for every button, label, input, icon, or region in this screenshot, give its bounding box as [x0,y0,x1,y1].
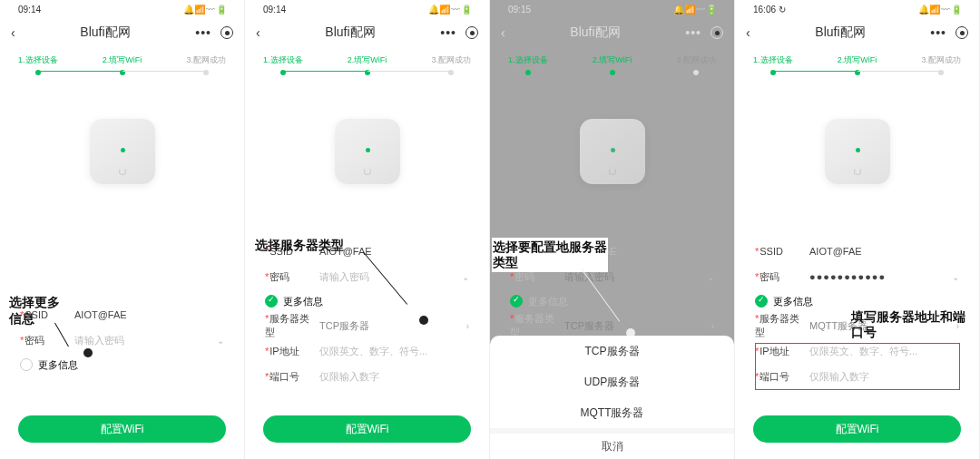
page-title: Blufi配网 [325,24,375,41]
configure-wifi-button[interactable]: 配置WiFi [753,415,961,443]
target-icon[interactable] [220,26,233,39]
checkbox-on-icon[interactable] [755,295,768,308]
target-icon[interactable] [466,26,478,39]
more-menu-icon[interactable]: ••• [195,25,211,40]
device-image [90,119,155,184]
password-row[interactable]: 密码 请输入密码 ⌄ [20,327,224,353]
more-info-label: 更多信息 [38,358,78,372]
password-row[interactable]: 密码请输入密码⌄ [265,264,469,289]
device-image [825,119,890,184]
server-type-row[interactable]: 服务器类型MQTT服务器› [755,313,959,338]
configure-wifi-button[interactable]: 配置WiFi [263,415,471,443]
target-icon[interactable] [956,26,968,39]
sheet-item-tcp[interactable]: TCP服务器 [490,336,734,366]
stepper: 1.选择设备 2.填写WiFi 3.配网成功 [0,47,244,75]
checkbox-on-icon[interactable] [265,295,278,308]
more-menu-icon[interactable]: ••• [440,25,456,40]
ssid-value: AIOT@FAE [74,309,127,320]
nav-bar: ‹ Blufi配网 ••• [490,18,734,47]
device-image [335,119,400,184]
password-label: 密码 [20,334,74,347]
page-title: Blufi配网 [815,24,865,41]
ssid-row[interactable]: SSID AIOT@FAE [20,302,224,327]
ssid-row[interactable]: SSIDAIOT@FAE [265,239,469,264]
stepper: 1.选择设备 2.填写WiFi 3.配网成功 [490,47,734,75]
port-row[interactable]: 端口号仅限输入数字 [265,364,469,389]
stepper: 1.选择设备 2.填写WiFi 3.配网成功 [245,47,489,75]
back-icon[interactable]: ‹ [256,25,260,40]
ssid-row[interactable]: SSIDAIOT@FAE [755,239,959,264]
chevron-down-icon[interactable]: ⌄ [217,336,224,346]
clock: 09:15 [508,5,531,15]
checkbox-icon[interactable] [20,358,33,371]
status-bar: 09:15 🔔 📶 〰 🔋 [490,0,734,18]
status-bar: 16:06 ↻ 🔔 📶 〰 🔋 [735,0,979,18]
status-bar: 09:14 🔔 📶 〰 🔋 [0,0,244,18]
chevron-down-icon[interactable]: ⌄ [462,272,469,282]
password-value: ●●●●●●●●●●● [809,271,886,282]
sheet-item-udp[interactable]: UDP服务器 [490,366,734,397]
more-menu-icon[interactable]: ••• [930,25,946,40]
back-icon[interactable]: ‹ [746,25,750,40]
clock: 16:06 ↻ [753,5,786,15]
ip-row[interactable]: IP地址仅限英文、数字、符号... [265,338,469,364]
more-info-toggle[interactable]: 更多信息 [755,289,959,313]
checkbox-on-icon [510,295,523,308]
step-2: 2.填写WiFi [103,54,142,75]
refresh-icon: ↻ [779,5,786,15]
annotation-dot [83,348,93,357]
configure-wifi-button[interactable]: 配置WiFi [18,415,226,443]
page-title: Blufi配网 [80,24,130,41]
chevron-down-icon[interactable]: ⌄ [952,272,959,282]
annotation-dot [419,316,428,325]
page-title: Blufi配网 [570,24,620,41]
action-sheet: TCP服务器 UDP服务器 MQTT服务器 取消 [490,336,734,459]
target-icon[interactable] [710,26,723,39]
nav-bar: ‹ Blufi配网 ••• [735,18,979,47]
status-icons: 🔔 📶 〰 🔋 [428,5,471,15]
chevron-right-icon[interactable]: › [466,321,469,331]
password-row[interactable]: 密码●●●●●●●●●●●⌄ [755,264,959,289]
nav-bar: ‹ Blufi配网 ••• [245,18,489,47]
more-menu-icon[interactable]: ••• [685,25,701,40]
highlight-box [755,343,960,390]
device-image [580,119,645,184]
screen-3: 09:15 🔔 📶 〰 🔋 ‹ Blufi配网 ••• 1.选择设备 2.填写W… [490,0,735,459]
chevron-right-icon[interactable]: › [956,321,959,331]
clock: 09:14 [263,5,286,15]
sheet-cancel[interactable]: 取消 [490,428,734,459]
server-type-row[interactable]: 服务器类型TCP服务器› [265,313,469,338]
status-icons: 🔔 📶 〰 🔋 [918,5,961,15]
stepper: 1.选择设备 2.填写WiFi 3.配网成功 [735,47,979,75]
more-info-toggle[interactable]: 更多信息 [265,289,469,313]
sheet-item-mqtt[interactable]: MQTT服务器 [490,397,734,428]
screen-1: 09:14 🔔 📶 〰 🔋 ‹ Blufi配网 ••• 1.选择设备 2.填写W… [0,0,245,459]
status-bar: 09:14 🔔 📶 〰 🔋 [245,0,489,18]
back-icon[interactable]: ‹ [501,25,505,40]
status-icons: 🔔 📶 〰 🔋 [183,5,226,15]
back-icon[interactable]: ‹ [11,25,15,40]
screen-2: 09:14 🔔 📶 〰 🔋 ‹ Blufi配网 ••• 1.选择设备 2.填写W… [245,0,490,459]
password-input[interactable]: 请输入密码 [74,334,124,347]
ssid-label: SSID [20,309,74,320]
nav-bar: ‹ Blufi配网 ••• [0,18,244,47]
step-3: 3.配网成功 [186,54,226,75]
clock: 09:14 [18,5,41,15]
step-1: 1.选择设备 [18,54,58,75]
more-info-toggle[interactable]: 更多信息 [20,353,224,376]
screen-4: 16:06 ↻ 🔔 📶 〰 🔋 ‹ Blufi配网 ••• 1.选择设备 2.填… [735,0,980,459]
status-icons: 🔔 📶 〰 🔋 [673,5,716,15]
